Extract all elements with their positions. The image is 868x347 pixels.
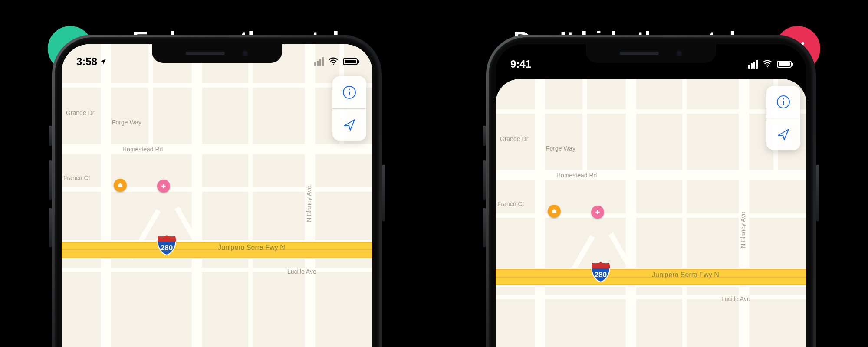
device-notch [586, 44, 716, 63]
mute-switch [49, 126, 52, 146]
poi-office-icon[interactable] [114, 179, 127, 192]
wifi-icon [762, 58, 773, 70]
battery-icon [343, 58, 359, 65]
volume-up-button [483, 160, 486, 200]
side-button [816, 165, 819, 221]
cellular-signal-icon [314, 57, 324, 66]
volume-down-button [483, 208, 486, 247]
map-controls [332, 76, 366, 141]
wifi-icon [328, 56, 339, 68]
street-label: N Blaney Ave [306, 186, 312, 222]
map-locate-button[interactable] [332, 108, 366, 141]
info-icon [342, 85, 357, 100]
street-label: Franco Ct [497, 200, 524, 207]
map-locate-button[interactable] [766, 118, 800, 150]
street-label: Franco Ct [63, 174, 90, 181]
poi-hospital-icon[interactable] [591, 206, 604, 219]
location-arrow-icon [342, 117, 357, 133]
earpiece-speaker [620, 52, 659, 55]
highway-label: Junipero Serra Fwy N [218, 244, 285, 252]
highway-label: Junipero Serra Fwy N [652, 271, 719, 279]
street-label: N Blaney Ave [740, 212, 746, 248]
device-notch [152, 44, 282, 63]
volume-down-button [49, 208, 52, 247]
device-screen: 9:41 [496, 44, 806, 347]
street-label: Forge Way [546, 145, 575, 152]
interstate-shield: 280 [590, 261, 611, 283]
map-viewport[interactable]: 280 Grande Dr Forge Way Homestead Rd Fra… [496, 79, 806, 347]
cellular-signal-icon [748, 60, 758, 69]
side-button [382, 165, 385, 221]
map-canvas[interactable]: 280 Grande Dr Forge Way Homestead Rd Fra… [496, 79, 806, 347]
interstate-shield: 280 [156, 234, 177, 256]
battery-icon [777, 61, 793, 68]
street-label: Homestead Rd [556, 172, 597, 179]
street-label: Forge Way [112, 119, 141, 126]
map-info-button[interactable] [332, 76, 366, 108]
location-arrow-icon [776, 127, 791, 142]
device-good: 3:58 [52, 35, 382, 347]
street-label: Lucille Ave [287, 268, 316, 275]
street-label: Lucille Ave [721, 295, 750, 302]
device-screen: 3:58 [62, 44, 372, 347]
poi-office-icon[interactable] [548, 205, 561, 218]
device-frame: 3:58 [52, 35, 382, 347]
status-time-text: 3:58 [76, 56, 97, 68]
map-viewport[interactable]: 280 Grande Dr Forge Way Homestead Rd Fra… [62, 44, 372, 347]
interstate-number: 280 [161, 244, 173, 252]
map-canvas[interactable]: 280 Grande Dr Forge Way Homestead Rd Fra… [62, 44, 372, 347]
map-controls [766, 86, 800, 150]
front-camera [242, 50, 248, 56]
location-arrow-icon [100, 58, 107, 65]
earpiece-speaker [186, 52, 225, 55]
street-label: Grande Dr [66, 109, 94, 116]
map-info-button[interactable] [766, 86, 800, 118]
device-bad: 9:41 [486, 35, 816, 347]
device-frame: 9:41 [486, 35, 816, 347]
status-time-text: 9:41 [510, 58, 531, 70]
volume-up-button [49, 160, 52, 200]
svg-point-2 [349, 89, 350, 90]
info-icon [776, 94, 791, 110]
svg-point-5 [783, 98, 784, 100]
street-label: Homestead Rd [122, 146, 163, 153]
poi-hospital-icon[interactable] [157, 180, 170, 193]
example-good: Embrace the notch 3:58 [0, 0, 434, 347]
street-label: Grande Dr [500, 135, 528, 142]
example-bad: Don’t hide the notch 9:41 [434, 0, 868, 347]
mute-switch [483, 126, 486, 146]
front-camera [676, 50, 682, 56]
interstate-number: 280 [595, 271, 607, 279]
